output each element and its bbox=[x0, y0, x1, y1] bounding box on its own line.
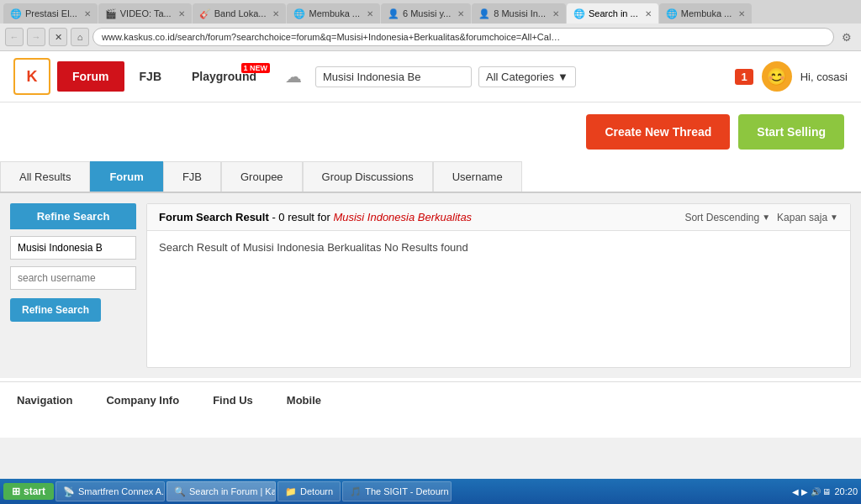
kapan-label: Kapan saja bbox=[777, 212, 827, 223]
kaskus-logo[interactable]: K bbox=[13, 58, 50, 95]
nav-tab-forum-label: Forum bbox=[72, 70, 109, 83]
avatar: 😊 bbox=[762, 61, 792, 92]
tab-favicon-6: 🌐 bbox=[573, 8, 585, 19]
tab-label-6: Search in ... bbox=[589, 8, 638, 18]
tab-close-2[interactable]: ✕ bbox=[272, 9, 279, 18]
tab-all-results-label: All Results bbox=[19, 171, 71, 183]
sort-controls: Sort Descending ▼ Kapan saja ▼ bbox=[684, 212, 838, 223]
nav-tab-fjb[interactable]: FJB bbox=[124, 61, 177, 92]
nav-tab-fjb-label: FJB bbox=[140, 70, 161, 83]
category-label: All Categories bbox=[486, 71, 554, 83]
home-button[interactable]: ⌂ bbox=[71, 28, 89, 46]
greeting-text: Hi, cosasi bbox=[800, 71, 848, 83]
tab-fjb-label: FJB bbox=[182, 171, 202, 183]
search-tabs-bar: All Results Forum FJB Groupee Group Disc… bbox=[0, 161, 861, 193]
tab-close-3[interactable]: ✕ bbox=[367, 9, 373, 18]
nav-tab-forum[interactable]: Forum bbox=[57, 61, 124, 92]
refine-search-button[interactable]: Refine Search bbox=[10, 298, 101, 322]
new-badge: 1 NEW bbox=[241, 63, 271, 73]
header-right: 1 😊 Hi, cosasi bbox=[735, 61, 848, 92]
tab-favicon-1: 🎬 bbox=[105, 8, 117, 19]
footer-mobile-title: Mobile bbox=[287, 394, 321, 407]
kapan-arrow-icon: ▼ bbox=[830, 213, 838, 222]
tab-label-0: Prestasi El... bbox=[25, 8, 77, 18]
reload-button[interactable]: ✕ bbox=[49, 28, 67, 46]
sort-arrow-icon: ▼ bbox=[762, 213, 770, 222]
nav-tab-playground[interactable]: Playground 1 NEW bbox=[177, 61, 272, 92]
browser-tab-2[interactable]: 🎸 Band Loka... ✕ bbox=[193, 3, 287, 24]
tab-favicon-2: 🎸 bbox=[199, 8, 211, 19]
tab-favicon-4: 👤 bbox=[388, 8, 399, 19]
tab-favicon-3: 🌐 bbox=[293, 8, 305, 19]
browser-tab-5[interactable]: 👤 8 Musisi In... ✕ bbox=[472, 3, 566, 24]
footer-col-mobile: Mobile bbox=[287, 394, 321, 407]
browser-bar: 🌐 Prestasi El... ✕ 🎬 VIDEO: Ta... ✕ 🎸 Ba… bbox=[0, 0, 861, 51]
footer-col-company: Company Info bbox=[106, 394, 179, 407]
tab-all-results[interactable]: All Results bbox=[0, 161, 90, 192]
logo-letter: K bbox=[27, 68, 38, 86]
tab-group-discussions-label: Group Discussions bbox=[322, 171, 414, 183]
tab-groupee-label: Groupee bbox=[240, 171, 283, 183]
sort-dropdown[interactable]: Sort Descending ▼ bbox=[684, 212, 770, 223]
refine-search-title: Refine Search bbox=[10, 203, 136, 229]
results-query: Musisi Indonesia Berkualitas bbox=[333, 211, 472, 223]
tab-label-3: Membuka ... bbox=[309, 8, 360, 18]
sidebar-search-input[interactable] bbox=[10, 236, 136, 260]
tab-favicon-7: 🌐 bbox=[666, 8, 678, 19]
tab-close-7[interactable]: ✕ bbox=[738, 9, 745, 18]
tab-username[interactable]: Username bbox=[433, 161, 522, 192]
tab-forum[interactable]: Forum bbox=[90, 161, 162, 192]
address-bar[interactable]: www.kaskus.co.id/search/forum?searchchoi… bbox=[92, 28, 834, 46]
main-nav-tabs: Forum FJB Playground 1 NEW bbox=[57, 61, 272, 92]
results-count-text: - 0 result for bbox=[272, 211, 330, 223]
sidebar-username-input[interactable] bbox=[10, 266, 136, 290]
tab-groupee[interactable]: Groupee bbox=[221, 161, 303, 192]
tab-favicon-0: 🌐 bbox=[10, 8, 22, 19]
browser-tab-4[interactable]: 👤 6 Musisi y... ✕ bbox=[381, 3, 471, 24]
tab-close-6[interactable]: ✕ bbox=[645, 9, 652, 18]
tab-close-0[interactable]: ✕ bbox=[84, 9, 91, 18]
start-selling-button[interactable]: Start Selling bbox=[738, 114, 844, 150]
footer-col-navigation: Navigation bbox=[17, 394, 72, 407]
browser-tab-1[interactable]: 🎬 VIDEO: Ta... ✕ bbox=[98, 3, 192, 24]
page: K Forum FJB Playground 1 NEW ☁ All Categ… bbox=[0, 51, 861, 438]
tab-label-5: 8 Musisi In... bbox=[494, 8, 546, 18]
browser-tab-7[interactable]: 🌐 Membuka ... ✕ bbox=[659, 3, 753, 24]
tab-bar: 🌐 Prestasi El... ✕ 🎬 VIDEO: Ta... ✕ 🎸 Ba… bbox=[0, 0, 861, 24]
footer-company-title: Company Info bbox=[106, 394, 179, 407]
tab-fjb[interactable]: FJB bbox=[163, 161, 221, 192]
sidebar: Refine Search Refine Search bbox=[10, 203, 136, 368]
tab-favicon-5: 👤 bbox=[478, 8, 490, 19]
settings-icon[interactable]: ⚙ bbox=[837, 28, 856, 46]
site-header: K Forum FJB Playground 1 NEW ☁ All Categ… bbox=[0, 51, 861, 102]
browser-tab-3[interactable]: 🌐 Membuka ... ✕ bbox=[287, 3, 380, 24]
tab-close-4[interactable]: ✕ bbox=[457, 9, 464, 18]
tab-label-1: VIDEO: Ta... bbox=[120, 8, 172, 18]
back-button[interactable]: ← bbox=[5, 28, 24, 46]
tab-label-4: 6 Musisi y... bbox=[403, 8, 451, 18]
category-dropdown[interactable]: All Categories ▼ bbox=[478, 66, 576, 87]
results-area: Forum Search Result - 0 result for Musis… bbox=[146, 203, 851, 368]
no-results-message: Search Result of Musisi Indonesia Berkua… bbox=[147, 231, 850, 264]
cloud-icon: ☁ bbox=[278, 61, 309, 92]
results-header: Forum Search Result - 0 result for Musis… bbox=[147, 204, 850, 231]
results-title: Forum Search Result - 0 result for Musis… bbox=[159, 211, 472, 223]
header-search-input[interactable] bbox=[315, 66, 472, 87]
tab-label-2: Band Loka... bbox=[214, 8, 267, 18]
browser-tab-6[interactable]: 🌐 Search in ... ✕ bbox=[567, 3, 658, 24]
kapan-dropdown[interactable]: Kapan saja ▼ bbox=[777, 212, 838, 223]
footer-nav: Navigation Company Info Find Us Mobile bbox=[0, 381, 861, 418]
sort-label: Sort Descending bbox=[684, 212, 759, 223]
main-content: Refine Search Refine Search Forum Search… bbox=[0, 193, 861, 378]
navigation-row: ← → ✕ ⌂ www.kaskus.co.id/search/forum?se… bbox=[0, 24, 861, 50]
tab-close-1[interactable]: ✕ bbox=[178, 9, 185, 18]
tab-close-5[interactable]: ✕ bbox=[552, 9, 559, 18]
browser-tab-0[interactable]: 🌐 Prestasi El... ✕ bbox=[3, 3, 98, 24]
forward-button[interactable]: → bbox=[27, 28, 45, 46]
results-title-prefix: Forum Search Result bbox=[159, 211, 269, 223]
create-thread-button[interactable]: Create New Thread bbox=[586, 114, 730, 150]
notification-badge[interactable]: 1 bbox=[735, 69, 753, 85]
footer-col-findus: Find Us bbox=[213, 394, 253, 407]
tab-group-discussions[interactable]: Group Discussions bbox=[303, 161, 433, 192]
footer-findus-title: Find Us bbox=[213, 394, 253, 407]
